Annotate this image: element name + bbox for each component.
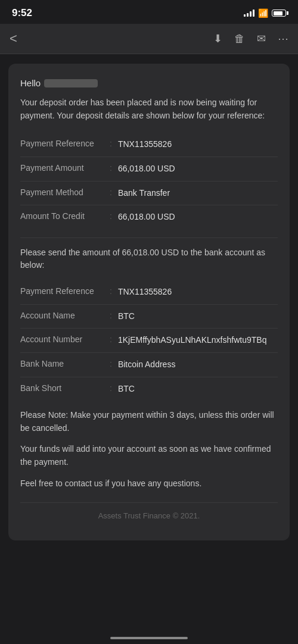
detail-row: Payment Amount:66,018.00 USD <box>20 157 278 182</box>
greeting-name-redacted <box>44 79 98 87</box>
status-time: 9:52 <box>12 7 32 19</box>
greeting-text: Hello <box>20 78 41 88</box>
detail-row: Payment Reference:TNX11355826 <box>20 280 278 305</box>
detail-separator: : <box>110 211 112 221</box>
detail-label: Bank Short <box>20 383 110 393</box>
detail-value: 1KjEMffybhASyuLNhAKLnxfshfwtu9TBq <box>118 334 278 346</box>
download-icon[interactable]: ⬇ <box>213 32 222 45</box>
detail-label: Payment Amount <box>20 163 110 173</box>
detail-separator: : <box>110 163 112 173</box>
detail-block-1: Payment Reference:TNX11355826Payment Amo… <box>20 133 278 229</box>
detail-row: Account Number:1KjEMffybhASyuLNhAKLnxfsh… <box>20 329 278 353</box>
detail-value: TNX11355826 <box>118 139 278 151</box>
email-body: Hello Your deposit order has been placed… <box>8 64 290 540</box>
battery-icon <box>272 10 286 17</box>
detail-label: Account Number <box>20 334 110 344</box>
detail-value: Bitcoin Address <box>118 359 278 371</box>
detail-label: Payment Method <box>20 187 110 197</box>
detail-label: Payment Reference <box>20 286 110 296</box>
detail-value: 66,018.00 USD <box>118 163 278 175</box>
detail-separator: : <box>110 383 112 393</box>
detail-separator: : <box>110 139 112 148</box>
detail-label: Payment Reference <box>20 139 110 148</box>
detail-label: Account Name <box>20 311 110 320</box>
detail-separator: : <box>110 311 112 320</box>
detail-value: TNX11355826 <box>118 286 278 298</box>
detail-separator: : <box>110 359 112 368</box>
note-2: Your funds will add into your account as… <box>20 443 278 468</box>
nav-actions: ⬇ 🗑 ✉ ⋯ <box>213 32 288 45</box>
detail-value: BTC <box>118 383 278 395</box>
note-1: Please Note: Make your payment within 3 … <box>20 409 278 434</box>
bank-text: Please send the amount of 66,018.00 USD … <box>20 246 278 272</box>
detail-row: Bank Short:BTC <box>20 377 278 401</box>
detail-value: Bank Transfer <box>118 187 278 199</box>
detail-value: BTC <box>118 311 278 323</box>
detail-label: Amount To Credit <box>20 211 110 221</box>
back-button[interactable]: < <box>10 29 22 49</box>
trash-icon[interactable]: 🗑 <box>234 33 245 45</box>
signal-icon <box>244 10 254 17</box>
detail-row: Amount To Credit:66,018.00 USD <box>20 205 278 229</box>
detail-row: Payment Reference:TNX11355826 <box>20 133 278 157</box>
detail-label: Bank Name <box>20 359 110 368</box>
home-indicator <box>110 637 188 639</box>
detail-row: Bank Name:Bitcoin Address <box>20 353 278 377</box>
detail-value: 66,018.00 USD <box>118 211 278 223</box>
nav-bar: < ⬇ 🗑 ✉ ⋯ <box>0 24 298 54</box>
status-icons: 📶 <box>244 8 286 18</box>
footer-text: Assets Trust Finance © 2021. <box>98 511 200 520</box>
mail-icon[interactable]: ✉ <box>257 32 266 45</box>
detail-row: Account Name:BTC <box>20 305 278 329</box>
status-bar: 9:52 📶 <box>0 0 298 24</box>
email-footer: Assets Trust Finance © 2021. <box>20 502 278 526</box>
section-divider <box>20 237 278 238</box>
note-3: Feel free to contact us if you have any … <box>20 477 278 490</box>
intro-text: Your deposit order has been placed and i… <box>20 96 278 122</box>
detail-block-2: Payment Reference:TNX11355826Account Nam… <box>20 280 278 401</box>
greeting-line: Hello <box>20 78 278 88</box>
detail-separator: : <box>110 334 112 344</box>
detail-separator: : <box>110 286 112 296</box>
more-icon[interactable]: ⋯ <box>278 32 288 45</box>
detail-row: Payment Method:Bank Transfer <box>20 182 278 206</box>
wifi-icon: 📶 <box>258 8 268 18</box>
detail-separator: : <box>110 187 112 197</box>
